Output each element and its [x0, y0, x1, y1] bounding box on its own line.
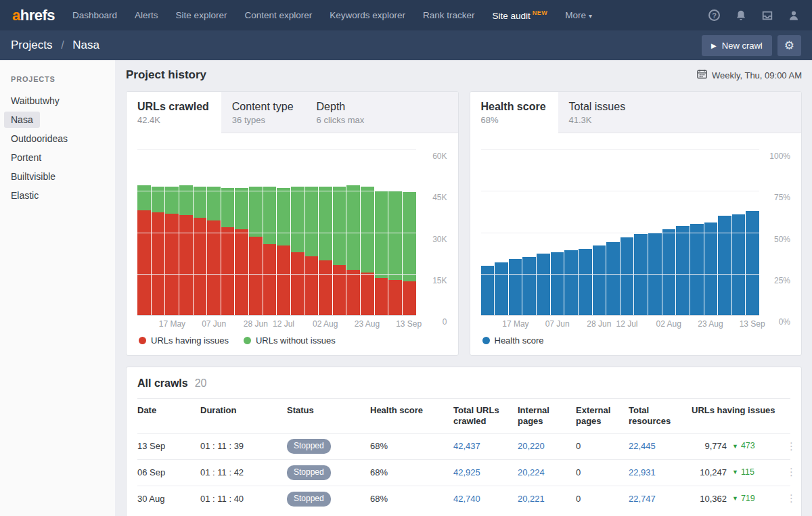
y-axis-tick: 30K	[420, 235, 447, 244]
issues-count: 10,362	[692, 494, 727, 505]
all-crawls-card: All crawls 20 Date Duration Status Healt…	[126, 367, 802, 516]
breadcrumb-bar: Projects / Nasa ▶ New crawl ⚙	[0, 30, 812, 60]
sidebar-item-nasa[interactable]: Nasa	[4, 112, 40, 128]
crawl-date: 30 Aug	[137, 494, 200, 505]
status-badge: Stopped	[287, 465, 331, 480]
nav-site-audit[interactable]: Site auditNEW	[493, 9, 548, 21]
total-resources-link[interactable]: 22,931	[629, 467, 692, 478]
row-menu-button[interactable]: ⋮	[786, 440, 796, 452]
total-urls-link[interactable]: 42,925	[453, 467, 518, 478]
nav-content-explorer[interactable]: Content explorer	[244, 10, 312, 20]
notifications-bell-icon[interactable]	[734, 9, 747, 22]
sidebar-item-waitbutwhy[interactable]: Waitbutwhy	[4, 93, 66, 109]
new-crawl-button[interactable]: ▶ New crawl	[702, 35, 772, 56]
y-axis-tick: 25%	[763, 276, 790, 285]
breadcrumb: Projects / Nasa	[11, 39, 99, 52]
row-menu-button[interactable]: ⋮	[786, 492, 796, 504]
table-row: 13 Sep 01 : 11 : 39 Stopped 68% 42,437 2…	[137, 434, 790, 461]
breadcrumb-projects[interactable]: Projects	[11, 39, 52, 51]
sidebar-item-portent[interactable]: Portent	[4, 149, 48, 166]
issues-count: 9,774	[692, 441, 727, 452]
x-axis-labels: 17 May07 Jun28 Jun12 Jul02 Aug23 Aug13 S…	[137, 315, 416, 331]
triangle-down-icon: ▼	[732, 495, 738, 502]
internal-pages-link[interactable]: 20,224	[518, 467, 576, 478]
x-axis-tick: 07 Jun	[202, 319, 226, 329]
inbox-icon[interactable]	[761, 9, 773, 22]
breadcrumb-separator: /	[61, 39, 64, 51]
ahrefs-logo[interactable]: ahrefs	[12, 7, 55, 24]
legend-dot-icon	[482, 337, 490, 344]
tab-content-type[interactable]: Content type 36 types	[221, 92, 306, 133]
y-axis-tick: 60K	[420, 151, 447, 161]
internal-pages-link[interactable]: 20,221	[518, 494, 576, 505]
nav-alerts[interactable]: Alerts	[135, 10, 158, 20]
nav-items: Dashboard Alerts Site explorer Content e…	[72, 9, 708, 21]
total-resources-link[interactable]: 22,445	[629, 441, 692, 452]
y-axis-tick: 75%	[763, 193, 790, 202]
legend-item: URLs without issues	[244, 335, 336, 346]
y-axis-tick: 50%	[763, 235, 790, 244]
sidebar-item-builtvisible[interactable]: Builtvisible	[4, 168, 62, 185]
nav-keywords-explorer[interactable]: Keywords explorer	[330, 10, 405, 20]
x-axis-tick: 23 Aug	[698, 319, 723, 329]
sidebar-item-elastic[interactable]: Elastic	[4, 187, 45, 204]
x-axis-labels: 17 May07 Jun28 Jun12 Jul02 Aug23 Aug13 S…	[481, 315, 760, 331]
row-menu-button[interactable]: ⋮	[786, 466, 796, 477]
x-axis-tick: 13 Sep	[396, 319, 422, 329]
status-badge: Stopped	[287, 439, 331, 454]
play-icon: ▶	[711, 42, 717, 49]
nav-site-explorer[interactable]: Site explorer	[176, 10, 227, 20]
y-axis-tick: 45K	[420, 193, 447, 202]
settings-button[interactable]: ⚙	[777, 35, 801, 56]
legend-dot-icon	[244, 337, 251, 344]
nav-dashboard[interactable]: Dashboard	[72, 10, 117, 20]
legend-dot-icon	[139, 337, 146, 344]
total-urls-link[interactable]: 42,437	[453, 441, 518, 452]
account-icon[interactable]	[787, 9, 800, 22]
y-axis-tick: 0	[420, 317, 447, 327]
page-title: Project history	[126, 68, 206, 82]
y-axis-tick: 0%	[763, 317, 790, 327]
x-axis-tick: 02 Aug	[313, 319, 338, 329]
total-resources-link[interactable]: 22,747	[629, 494, 692, 505]
nav-more[interactable]: More▾	[565, 10, 592, 20]
table-title: All crawls	[137, 377, 188, 390]
projects-sidebar: PROJECTS Waitbutwhy Nasa Outdoorideas Po…	[0, 60, 115, 516]
table-row: 06 Sep 01 : 11 : 42 Stopped 68% 42,925 2…	[137, 460, 790, 486]
help-icon[interactable]: ?	[708, 9, 721, 22]
x-axis-tick: 28 Jun	[587, 319, 611, 329]
legend-item: URLs having issues	[139, 335, 229, 346]
topnav-icons: ?	[708, 9, 800, 22]
crawl-date: 06 Sep	[137, 467, 200, 478]
internal-pages-link[interactable]: 20,220	[518, 441, 576, 452]
tab-total-issues[interactable]: Total issues 41.3K	[558, 92, 639, 133]
x-axis-tick: 13 Sep	[740, 319, 765, 329]
health-score-value: 68%	[370, 467, 453, 478]
total-urls-link[interactable]: 42,740	[453, 494, 518, 505]
gear-icon: ⚙	[784, 39, 794, 53]
table-row: 30 Aug 01 : 11 : 40 Stopped 68% 42,740 2…	[137, 486, 790, 513]
legend-item: Health score	[482, 335, 544, 346]
tab-urls-crawled[interactable]: URLs crawled 42.4K	[127, 92, 221, 133]
sidebar-item-outdoorideas[interactable]: Outdoorideas	[4, 131, 74, 147]
tab-health-score[interactable]: Health score 68%	[470, 92, 558, 133]
new-badge: NEW	[533, 9, 548, 16]
x-axis-tick: 28 Jun	[244, 319, 268, 329]
issues-delta: ▼473	[732, 441, 755, 452]
chart-legend: Health score	[481, 331, 791, 355]
x-axis-tick: 17 May	[159, 319, 185, 329]
urls-crawled-chart: 60K45K30K15K0 17 May07 Jun28 Jun12 Jul02…	[127, 133, 458, 355]
nav-rank-tracker[interactable]: Rank tracker	[423, 10, 475, 20]
crawl-count: 20	[195, 377, 207, 390]
x-axis-tick: 23 Aug	[355, 319, 380, 329]
crawl-duration: 01 : 11 : 42	[200, 467, 287, 478]
x-axis-tick: 02 Aug	[656, 319, 681, 329]
y-axis-tick: 15K	[420, 276, 447, 285]
issues-count: 10,247	[692, 467, 727, 478]
breadcrumb-current: Nasa	[72, 39, 99, 51]
triangle-down-icon: ▼	[732, 443, 738, 450]
crawl-schedule[interactable]: Weekly, Thu, 09:00 AM	[697, 69, 802, 81]
health-score-value: 68%	[370, 441, 453, 452]
chevron-down-icon: ▾	[589, 12, 592, 20]
tab-depth[interactable]: Depth 6 clicks max	[306, 92, 387, 133]
